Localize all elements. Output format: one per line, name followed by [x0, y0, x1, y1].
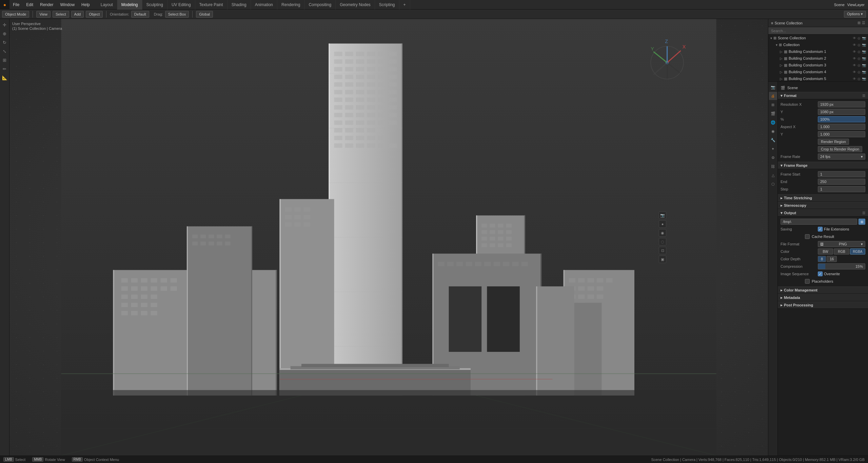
viewport[interactable]: X Y Z User Perspective (1) Scene Collect… — [9, 19, 768, 456]
tab-animation[interactable]: Animation — [251, 0, 277, 9]
output-path-input[interactable]: /tmp\ — [781, 219, 857, 225]
outliner-item-building4[interactable]: ▷ ▦ Building Condomium 4 👁 ◎ 📷 — [778, 68, 868, 75]
render-region-btn[interactable]: Render Region — [818, 139, 849, 145]
eye-b4[interactable]: 👁 — [853, 70, 856, 74]
resolution-x-input[interactable]: 1920 px — [818, 101, 865, 107]
overwrite-checkbox[interactable]: ✓ — [818, 271, 823, 276]
tab-add[interactable]: + — [399, 0, 410, 9]
outliner-item-building1[interactable]: ▷ ▦ Building Condomium 1 👁 ◎ 📷 — [778, 48, 868, 55]
eye-icon[interactable]: 👁 — [853, 36, 856, 40]
tab-layout[interactable]: Layout — [97, 0, 117, 9]
props-constraint-icon[interactable]: ⛓ — [769, 162, 777, 170]
output-section-header[interactable]: ▾ Output ☰ — [778, 209, 868, 217]
file-format-dropdown[interactable]: 🖼 PNG ▾ — [818, 241, 865, 247]
viewport-material-icon[interactable]: ◌ — [659, 238, 666, 245]
frame-range-section-header[interactable]: ▾ Frame Range — [778, 162, 868, 169]
sel-b1[interactable]: ◎ — [857, 50, 861, 54]
file-extensions-checkbox[interactable]: ✓ — [818, 227, 823, 232]
props-output-icon[interactable]: 🖨 — [769, 92, 777, 100]
props-data-icon[interactable]: △ — [769, 171, 777, 179]
props-scene-icon[interactable]: 🎬 — [769, 109, 777, 118]
format-menu-icon[interactable]: ☰ — [862, 94, 865, 98]
orientation-select[interactable]: Default — [131, 11, 149, 18]
color-rgba-btn[interactable]: RGBA — [850, 248, 865, 255]
tab-rendering[interactable]: Rendering — [277, 0, 304, 9]
object-mode-btn[interactable]: Object Mode — [2, 11, 29, 18]
outliner-item-scene-collection[interactable]: ▾ ⊞ Scene Collection 👁 ◎ 📷 — [768, 35, 868, 41]
tab-scripting[interactable]: Scripting — [375, 0, 399, 9]
drag-select[interactable]: Select Box — [165, 11, 189, 18]
format-section-header[interactable]: ▾ Format ☰ — [778, 92, 868, 99]
view-btn[interactable]: View — [36, 11, 51, 18]
output-path-btn[interactable]: ⊞ — [859, 219, 865, 225]
sidebar-annotation-icon[interactable]: ✏ — [1, 65, 8, 73]
outliner-item-building5[interactable]: ▷ ▦ Building Condomium 5 👁 ◎ 📷 — [778, 75, 868, 82]
color-management-section-header[interactable]: ▸ Color Management — [778, 286, 868, 294]
menu-edit[interactable]: Edit — [23, 0, 37, 9]
props-view-layer-icon[interactable]: ⊞ — [769, 101, 777, 109]
resolution-y-input[interactable]: 1080 px — [818, 109, 865, 115]
time-stretching-section-header[interactable]: ▸ Time Stretching — [778, 194, 868, 202]
ren-b5[interactable]: 📷 — [862, 77, 866, 81]
metadata-section-header[interactable]: ▸ Metadata — [778, 294, 868, 301]
frame-end-input[interactable]: 250 — [818, 179, 865, 185]
props-modifier-icon[interactable]: 🔧 — [769, 136, 777, 144]
sel-b4[interactable]: ◎ — [857, 70, 861, 74]
outliner-settings-icon[interactable]: ☰ — [862, 21, 865, 25]
props-physics-icon[interactable]: ⚙ — [769, 154, 777, 162]
menu-render[interactable]: Render — [37, 0, 57, 9]
add-btn[interactable]: Add — [71, 11, 84, 18]
object-btn[interactable]: Object — [86, 11, 103, 18]
sidebar-rotate-icon[interactable]: ↻ — [1, 39, 8, 46]
sel-b5[interactable]: ◎ — [857, 77, 861, 81]
global-btn[interactable]: Global — [196, 11, 213, 18]
frame-start-input[interactable]: 1 — [818, 171, 865, 177]
eye-b1[interactable]: 👁 — [853, 50, 856, 54]
select-icon[interactable]: ◎ — [857, 36, 861, 40]
eye-icon2[interactable]: 👁 — [853, 43, 856, 47]
viewport-xray-icon[interactable]: ▣ — [659, 256, 666, 263]
outliner-item-building3[interactable]: ▷ ▦ Building Condomium 3 👁 ◎ 📷 — [778, 62, 868, 68]
menu-help[interactable]: Help — [78, 0, 93, 9]
sidebar-transform-icon[interactable]: ⊞ — [1, 56, 8, 64]
select-btn[interactable]: Select — [53, 11, 69, 18]
outliner-filter-icon[interactable]: ⊞ — [857, 21, 861, 25]
outliner-item-building2[interactable]: ▷ ▦ Building Condomium 2 👁 ◎ 📷 — [778, 55, 868, 62]
sidebar-move-icon[interactable]: ⊕ — [1, 30, 8, 37]
tab-geometry-nodes[interactable]: Geometry Nodes — [336, 0, 375, 9]
render-icon[interactable]: 📷 — [862, 36, 866, 40]
tab-shading[interactable]: Shading — [228, 0, 251, 9]
tab-modeling[interactable]: Modeling — [117, 0, 142, 9]
viewport-camera-icon[interactable]: 📷 — [659, 212, 666, 219]
sel-b2[interactable]: ◎ — [857, 57, 861, 60]
tab-texture-paint[interactable]: Texture Paint — [195, 0, 228, 9]
tab-compositing[interactable]: Compositing — [304, 0, 336, 9]
ren-b3[interactable]: 📷 — [862, 63, 866, 67]
tab-uv-editing[interactable]: UV Editing — [167, 0, 195, 9]
viewport-render-icon[interactable]: ● — [659, 220, 666, 228]
sidebar-cursor-icon[interactable]: ✛ — [1, 21, 8, 28]
stereoscopy-section-header[interactable]: ▸ Stereoscopy — [778, 202, 868, 209]
sidebar-scale-icon[interactable]: ⤡ — [1, 47, 8, 55]
props-particles-icon[interactable]: ✦ — [769, 145, 777, 153]
menu-window[interactable]: Window — [57, 0, 78, 9]
post-processing-section-header[interactable]: ▸ Post Processing — [778, 301, 868, 309]
color-rgb-btn[interactable]: RGB — [834, 248, 849, 255]
eye-b2[interactable]: 👁 — [853, 57, 856, 60]
depth-8-btn[interactable]: 8 — [818, 256, 826, 262]
eye-b5[interactable]: 👁 — [853, 77, 856, 81]
output-menu-icon[interactable]: ☰ — [862, 211, 865, 215]
compression-track[interactable]: 15% — [818, 263, 865, 269]
depth-16-btn[interactable]: 16 — [827, 256, 837, 262]
aspect-y-input[interactable]: 1.000 — [818, 131, 865, 137]
frame-rate-dropdown[interactable]: 24 fps ▾ — [818, 154, 865, 160]
menu-file[interactable]: File — [9, 0, 23, 9]
ren-b2[interactable]: 📷 — [862, 57, 866, 60]
outliner-search[interactable] — [768, 27, 868, 35]
aspect-x-input[interactable]: 1.000 — [818, 124, 865, 130]
props-material-icon[interactable]: ⬡ — [769, 180, 777, 188]
viewport-solid-icon[interactable]: ◉ — [659, 229, 666, 237]
render-icon2[interactable]: 📷 — [862, 43, 866, 47]
outliner-item-collection[interactable]: ▾ ⊞ Collection 👁 ◎ 📷 — [774, 41, 868, 48]
sel-b3[interactable]: ◎ — [857, 63, 861, 67]
